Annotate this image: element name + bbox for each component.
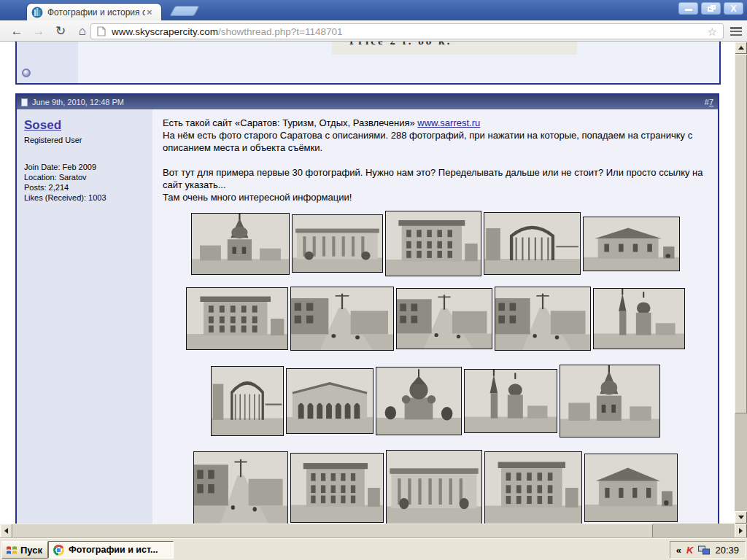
photo-thumbnail[interactable]	[484, 451, 582, 524]
photo-thumbnail[interactable]	[584, 454, 678, 522]
page-content: Ргісе 2 г. 88 к. June 9th, 2010, 12:48 P…	[0, 42, 735, 524]
post-text-intro: Есть такой сайт «Саратов: Туризм, Отдых,…	[163, 117, 417, 128]
photo-row	[163, 365, 708, 438]
reload-button[interactable]: ↻	[51, 23, 70, 39]
username-link[interactable]: Sosed	[24, 118, 61, 132]
photo-thumbnail[interactable]	[560, 365, 660, 438]
minimize-icon	[685, 9, 692, 11]
post-text-para2: Вот тут для примера первые 30 фотографий…	[163, 167, 703, 190]
photo-thumbnail[interactable]	[286, 368, 374, 434]
url-path: /showthread.php?t=1148701	[218, 26, 343, 37]
photo-thumbnail[interactable]	[495, 287, 591, 351]
photo-thumbnail[interactable]	[385, 211, 481, 276]
taskbar: Пуск Фотографии и ист... « K 20:39	[0, 538, 747, 560]
titlebar: Фотографии и история ста × X	[0, 0, 747, 20]
post-text-para3: Там очень много интересной информации!	[163, 192, 352, 203]
photo-row	[163, 450, 708, 524]
post-number: #7	[705, 98, 713, 106]
page-icon	[97, 26, 106, 36]
user-location: Location: Saratov	[24, 172, 145, 182]
arrow-up-icon	[738, 46, 744, 50]
tab-close-icon[interactable]: ×	[147, 7, 152, 18]
arrow-down-icon	[738, 516, 744, 519]
forum-post: June 9th, 2010, 12:48 PM #7 Sosed Regist…	[15, 93, 719, 524]
arrow-right-icon	[739, 528, 743, 534]
postcard-scan-image: Ргісе 2 г. 88 к.	[332, 42, 577, 55]
post-date: June 9th, 2010, 12:48 PM	[32, 98, 124, 106]
address-bar[interactable]: www.skyscrapercity.com/showthread.php?t=…	[90, 23, 724, 39]
scroll-up-button[interactable]	[735, 42, 747, 54]
photo-thumbnail[interactable]	[583, 217, 680, 271]
photo-thumbnail[interactable]	[484, 212, 581, 275]
photo-thumbnail[interactable]	[396, 288, 492, 349]
windows-flag-icon	[6, 545, 18, 556]
photo-thumbnail[interactable]	[292, 214, 383, 273]
previous-post-body: Ргісе 2 г. 88 к.	[78, 42, 719, 83]
photo-thumbnail[interactable]	[593, 288, 685, 349]
close-button[interactable]: X	[724, 2, 743, 15]
vertical-scroll-thumb[interactable]	[735, 54, 747, 413]
browser-window: Фотографии и история ста × X ← → ↻ ⌂ www…	[0, 0, 747, 560]
user-info: Join Date: Feb 2009 Location: Saratov Po…	[24, 162, 145, 203]
photo-thumbnail[interactable]	[464, 369, 557, 433]
chrome-icon	[53, 545, 64, 556]
start-button[interactable]: Пуск	[1, 541, 48, 559]
post-header: June 9th, 2010, 12:48 PM #7	[17, 95, 718, 109]
horizontal-scrollbar[interactable]	[0, 524, 747, 538]
window-controls: X	[678, 2, 743, 15]
photo-thumbnail[interactable]	[211, 366, 284, 436]
photo-thumbnail[interactable]	[290, 453, 384, 523]
photo-thumbnail[interactable]	[290, 287, 394, 351]
tray-expand-icon[interactable]: «	[676, 545, 681, 556]
arrow-left-icon	[4, 528, 8, 534]
user-posts: Posts: 2,214	[24, 182, 145, 192]
taskbar-item-label: Фотографии и ист...	[69, 545, 158, 555]
online-status-icon	[22, 69, 31, 77]
network-tray-icon[interactable]	[698, 545, 710, 555]
photo-thumbnail[interactable]	[386, 450, 482, 524]
post-number-link[interactable]: 7	[709, 98, 713, 106]
tab-title: Фотографии и история ста	[47, 7, 145, 18]
photo-row	[163, 211, 708, 276]
tray-clock: 20:39	[715, 545, 739, 556]
photo-thumbnail[interactable]	[186, 287, 288, 350]
previous-post-remnant: Ргісе 2 г. 88 к.	[15, 42, 721, 85]
url-text: www.skyscrapercity.com/showthread.php?t=…	[112, 26, 708, 37]
user-likes: Likes (Received): 1003	[24, 192, 145, 203]
post-icon	[21, 98, 28, 106]
close-icon: X	[724, 4, 743, 14]
user-sidebar: Sosed Registered User Join Date: Feb 200…	[17, 109, 152, 524]
back-button[interactable]: ←	[7, 23, 26, 39]
vertical-scrollbar[interactable]	[735, 42, 747, 524]
minimize-button[interactable]	[678, 2, 698, 15]
bookmark-star-icon[interactable]: ☆	[708, 26, 717, 37]
start-label: Пуск	[20, 545, 42, 556]
scroll-right-button[interactable]	[735, 524, 747, 538]
kaspersky-tray-icon[interactable]: K	[686, 545, 693, 555]
scroll-down-button[interactable]	[735, 511, 747, 524]
new-tab-button[interactable]	[169, 6, 199, 16]
photo-thumbnail[interactable]	[376, 367, 462, 435]
post-text-para1: На нём есть фото старого Саратова с опис…	[163, 130, 692, 153]
browser-tab[interactable]: Фотографии и история ста ×	[26, 3, 162, 20]
post-message: Есть такой сайт «Саратов: Туризм, Отдых,…	[152, 109, 718, 524]
home-button[interactable]: ⌂	[73, 23, 92, 39]
url-domain: www.skyscrapercity.com	[112, 26, 218, 37]
previous-post-sidebar	[17, 42, 78, 83]
forward-button[interactable]: →	[29, 23, 48, 39]
photo-thumbnail[interactable]	[191, 213, 290, 275]
system-tray: « K 20:39	[670, 541, 746, 559]
user-join-date: Join Date: Feb 2009	[24, 162, 145, 172]
sarrest-link[interactable]: www.sarrest.ru	[417, 117, 480, 128]
photo-grid	[163, 211, 708, 524]
taskbar-item-chrome[interactable]: Фотографии и ист...	[48, 541, 174, 559]
user-title: Registered User	[24, 136, 145, 144]
photo-thumbnail[interactable]	[193, 451, 288, 524]
horizontal-scroll-thumb[interactable]	[12, 524, 653, 538]
scan-caption: Ргісе 2 г. 88 к.	[349, 42, 452, 47]
restore-button[interactable]	[701, 2, 721, 15]
scroll-left-button[interactable]	[0, 524, 12, 538]
favicon-skyscrapercity-icon	[31, 7, 43, 18]
menu-button[interactable]	[730, 27, 742, 36]
photo-row	[163, 287, 708, 351]
